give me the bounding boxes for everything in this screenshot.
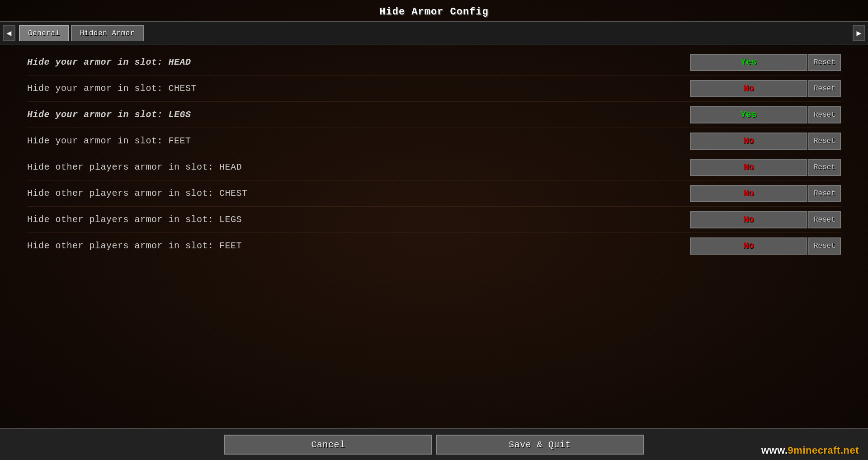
tab-general[interactable]: General xyxy=(19,25,69,41)
content-area: Hide your armor in slot: HEADYesResetHid… xyxy=(0,45,868,428)
config-label-hide-legs: Hide your armor in slot: LEGS xyxy=(27,109,191,120)
config-controls-hide-other-legs: NoReset xyxy=(690,211,841,228)
config-label-hide-other-feet: Hide other players armor in slot: FEET xyxy=(27,241,242,251)
config-label-hide-other-legs: Hide other players armor in slot: LEGS xyxy=(27,214,242,225)
config-row-hide-head: Hide your armor in slot: HEADYesReset xyxy=(27,49,841,76)
reset-btn-hide-chest[interactable]: Reset xyxy=(808,80,841,97)
tab-arrow-right[interactable]: ▶ xyxy=(853,25,865,41)
cancel-button[interactable]: Cancel xyxy=(224,435,432,455)
bottom-bar: Cancel Save & Quit www.9minecraft.net xyxy=(0,428,868,460)
config-label-hide-chest: Hide your armor in slot: CHEST xyxy=(27,83,197,94)
config-row-hide-other-legs: Hide other players armor in slot: LEGSNo… xyxy=(27,207,841,233)
reset-btn-hide-other-head[interactable]: Reset xyxy=(808,159,841,176)
toggle-btn-hide-feet[interactable]: No xyxy=(690,133,807,150)
toggle-btn-hide-head[interactable]: Yes xyxy=(690,54,807,71)
watermark-brand: 9minecraft xyxy=(788,445,840,456)
config-controls-hide-other-chest: NoReset xyxy=(690,185,841,202)
toggle-btn-hide-legs[interactable]: Yes xyxy=(690,106,807,123)
watermark-www: www. xyxy=(761,445,788,456)
watermark: www.9minecraft.net xyxy=(761,445,859,456)
config-controls-hide-feet: NoReset xyxy=(690,133,841,150)
reset-btn-hide-legs[interactable]: Reset xyxy=(808,106,841,123)
toggle-btn-hide-other-feet[interactable]: No xyxy=(690,237,807,255)
config-row-hide-other-chest: Hide other players armor in slot: CHESTN… xyxy=(27,180,841,207)
config-label-hide-feet: Hide your armor in slot: FEET xyxy=(27,136,191,146)
config-row-hide-other-feet: Hide other players armor in slot: FEETNo… xyxy=(27,233,841,259)
reset-btn-hide-feet[interactable]: Reset xyxy=(808,133,841,150)
tabs-container: GeneralHidden Armor xyxy=(15,22,853,44)
reset-btn-hide-head[interactable]: Reset xyxy=(808,54,841,71)
config-controls-hide-chest: NoReset xyxy=(690,80,841,97)
config-row-hide-chest: Hide your armor in slot: CHESTNoReset xyxy=(27,76,841,102)
save-quit-button[interactable]: Save & Quit xyxy=(436,435,644,455)
config-controls-hide-other-head: NoReset xyxy=(690,159,841,176)
reset-btn-hide-other-chest[interactable]: Reset xyxy=(808,185,841,202)
toggle-btn-hide-other-head[interactable]: No xyxy=(690,159,807,176)
tab-bar: ◀ GeneralHidden Armor ▶ xyxy=(0,21,868,45)
toggle-btn-hide-other-chest[interactable]: No xyxy=(690,185,807,202)
toggle-btn-hide-other-legs[interactable]: No xyxy=(690,211,807,228)
tab-hidden-armor[interactable]: Hidden Armor xyxy=(71,25,144,41)
reset-btn-hide-other-legs[interactable]: Reset xyxy=(808,211,841,228)
config-label-hide-other-chest: Hide other players armor in slot: CHEST xyxy=(27,188,248,199)
watermark-net: .net xyxy=(840,445,859,456)
config-controls-hide-other-feet: NoReset xyxy=(690,237,841,255)
config-label-hide-head: Hide your armor in slot: HEAD xyxy=(27,57,191,67)
toggle-btn-hide-chest[interactable]: No xyxy=(690,80,807,97)
config-row-hide-legs: Hide your armor in slot: LEGSYesReset xyxy=(27,102,841,128)
tab-arrow-left[interactable]: ◀ xyxy=(3,25,15,41)
reset-btn-hide-other-feet[interactable]: Reset xyxy=(808,237,841,255)
config-label-hide-other-head: Hide other players armor in slot: HEAD xyxy=(27,162,242,172)
config-controls-hide-legs: YesReset xyxy=(690,106,841,123)
config-controls-hide-head: YesReset xyxy=(690,54,841,71)
page-title: Hide Armor Config xyxy=(379,6,488,18)
config-row-hide-feet: Hide your armor in slot: FEETNoReset xyxy=(27,128,841,154)
config-row-hide-other-head: Hide other players armor in slot: HEADNo… xyxy=(27,154,841,180)
